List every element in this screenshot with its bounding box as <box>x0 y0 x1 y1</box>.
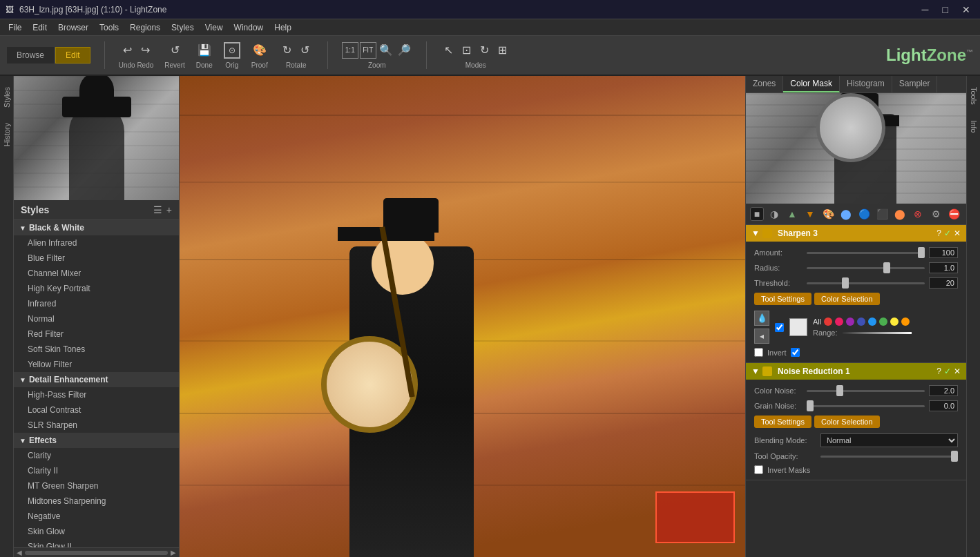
grain-noise-thumb[interactable] <box>807 400 814 411</box>
category-black-white[interactable]: ▼ Black & White <box>14 220 179 235</box>
style-slr-sharpen[interactable]: SLR Sharpen <box>14 418 179 433</box>
color-dot-indigo[interactable] <box>857 317 865 326</box>
revert-group[interactable]: ↺ Revert <box>164 42 184 69</box>
tool-icon-contrast[interactable]: ⬛ <box>874 206 890 222</box>
threshold-input[interactable] <box>929 277 958 289</box>
tool-icon-hue[interactable]: ⬤ <box>892 206 907 222</box>
style-channel-mixer[interactable]: Channel Mixer <box>14 266 179 281</box>
zoom-group[interactable]: 1:1 FIT 🔍 🔎 Zoom <box>342 42 412 69</box>
browse-button[interactable]: Browse <box>7 47 54 63</box>
edit-button[interactable]: Edit <box>55 47 90 63</box>
style-clarity[interactable]: Clarity <box>14 448 179 463</box>
tools-tab[interactable]: Tools <box>968 83 979 109</box>
style-infrared[interactable]: Infrared <box>14 296 179 311</box>
sharpen-collapse-icon[interactable]: ▼ <box>751 228 760 238</box>
sharpen-close-button[interactable]: ✕ <box>954 228 961 238</box>
all-checkbox[interactable] <box>775 323 784 332</box>
color-dot-purple[interactable] <box>846 317 854 326</box>
tool-icon-circle[interactable]: ◑ <box>767 206 782 222</box>
undo-redo-group[interactable]: ↩ ↪ Undo Redo <box>119 42 154 69</box>
radius-input[interactable] <box>929 262 958 273</box>
styles-tab[interactable]: Styles <box>1 83 12 112</box>
style-clarity-ii[interactable]: Clarity II <box>14 463 179 478</box>
noise-help-button[interactable]: ? <box>936 367 941 376</box>
styles-add-button[interactable]: + <box>166 204 172 215</box>
amount-input[interactable] <box>929 247 958 258</box>
style-high-pass-filter[interactable]: High-Pass Filter <box>14 387 179 402</box>
tool-icon-blue[interactable]: ⬤ <box>838 206 854 222</box>
style-midtones-sharpening[interactable]: Midtones Sharpening <box>14 494 179 509</box>
menu-tools[interactable]: Tools <box>94 21 124 34</box>
eyedropper-sub-button[interactable]: ◂ <box>754 329 769 344</box>
style-alien-infrared[interactable]: Alien Infrared <box>14 235 179 251</box>
rotate-group[interactable]: ↻ ↺ Rotate <box>279 42 314 69</box>
threshold-thumb[interactable] <box>842 277 849 289</box>
color-dot-orange[interactable] <box>901 317 910 326</box>
menu-browser[interactable]: Browser <box>52 21 94 34</box>
color-noise-input[interactable] <box>929 385 958 396</box>
scroll-left-arrow[interactable]: ◀ <box>17 549 22 556</box>
proof-group[interactable]: 🎨 Proof <box>251 42 268 69</box>
noise-close-button[interactable]: ✕ <box>954 367 961 376</box>
tool-icon-red-circle[interactable]: ⊗ <box>910 206 925 222</box>
category-detail-enhancement[interactable]: ▼ Detail Enhancement <box>14 372 179 387</box>
style-normal[interactable]: Normal <box>14 311 179 326</box>
modes-group[interactable]: ↖ ⊡ ↻ ⊞ Modes <box>441 42 511 69</box>
orig-group[interactable]: ⊙ Orig <box>224 42 240 69</box>
info-tab[interactable]: Info <box>968 116 979 137</box>
invert-checkbox[interactable] <box>754 348 763 357</box>
eyedropper-button[interactable]: 💧 <box>754 311 769 326</box>
menu-edit[interactable]: Edit <box>27 21 52 34</box>
color-noise-thumb[interactable] <box>836 385 843 396</box>
invert-enabled-checkbox[interactable] <box>791 348 800 357</box>
menu-file[interactable]: File <box>3 21 27 34</box>
style-skin-glow-ii[interactable]: Skin Glow II <box>14 539 179 547</box>
scroll-right-arrow[interactable]: ▶ <box>171 549 176 556</box>
styles-scrollbar[interactable]: ◀ ▶ <box>14 547 179 557</box>
grain-noise-input[interactable] <box>929 400 958 411</box>
tool-icon-multicolor[interactable]: 🔵 <box>856 206 872 222</box>
color-selection-tab[interactable]: Color Selection <box>814 293 880 305</box>
tab-color-mask[interactable]: Color Mask <box>783 76 840 92</box>
style-yellow-filter[interactable]: Yellow Filter <box>14 357 179 372</box>
tab-zones[interactable]: Zones <box>746 76 783 92</box>
tab-histogram[interactable]: Histogram <box>840 76 892 92</box>
blend-mode-select[interactable]: Normal Multiply Screen Overlay <box>820 433 958 447</box>
tool-icon-black[interactable]: ■ <box>750 207 764 221</box>
noise-check-button[interactable]: ✓ <box>944 367 951 376</box>
color-dot-red[interactable] <box>824 317 832 326</box>
tool-icon-triangle-up[interactable]: ▲ <box>785 206 800 222</box>
close-button[interactable]: ✕ <box>958 3 974 17</box>
style-soft-skin-tones[interactable]: Soft Skin Tones <box>14 342 179 357</box>
menu-regions[interactable]: Regions <box>124 21 166 34</box>
tool-icon-triangle-down[interactable]: ▼ <box>803 206 818 222</box>
tab-sampler[interactable]: Sampler <box>892 76 938 92</box>
style-blue-filter[interactable]: Blue Filter <box>14 251 179 266</box>
color-dot-green[interactable] <box>879 317 887 326</box>
style-negative[interactable]: Negative <box>14 509 179 524</box>
maximize-button[interactable]: □ <box>939 3 952 17</box>
amount-thumb[interactable] <box>918 247 925 258</box>
menu-help[interactable]: Help <box>269 21 297 34</box>
color-dot-pink[interactable] <box>835 317 843 326</box>
color-dot-blue[interactable] <box>868 317 876 326</box>
image-canvas[interactable] <box>180 76 745 557</box>
tool-icon-target[interactable]: ⛔ <box>946 206 961 222</box>
minimize-button[interactable]: ─ <box>918 3 933 17</box>
noise-collapse-icon[interactable]: ▼ <box>751 367 760 376</box>
noise-color-selection-tab[interactable]: Color Selection <box>814 416 880 428</box>
styles-list-view-button[interactable]: ☰ <box>153 204 162 215</box>
menu-styles[interactable]: Styles <box>166 21 200 34</box>
sharpen-help-button[interactable]: ? <box>936 228 941 238</box>
invert-masks-checkbox[interactable] <box>754 465 763 474</box>
category-effects[interactable]: ▼ Effects <box>14 433 179 448</box>
style-red-filter[interactable]: Red Filter <box>14 326 179 342</box>
sharpen-check-button[interactable]: ✓ <box>944 228 951 238</box>
tool-settings-tab[interactable]: Tool Settings <box>754 293 811 305</box>
menu-window[interactable]: Window <box>229 21 269 34</box>
menu-view[interactable]: View <box>200 21 229 34</box>
style-mt-green-sharpen[interactable]: MT Green Sharpen <box>14 478 179 494</box>
noise-tool-settings-tab[interactable]: Tool Settings <box>754 416 811 428</box>
style-high-key-portrait[interactable]: High Key Portrait <box>14 281 179 296</box>
radius-thumb[interactable] <box>883 262 890 273</box>
